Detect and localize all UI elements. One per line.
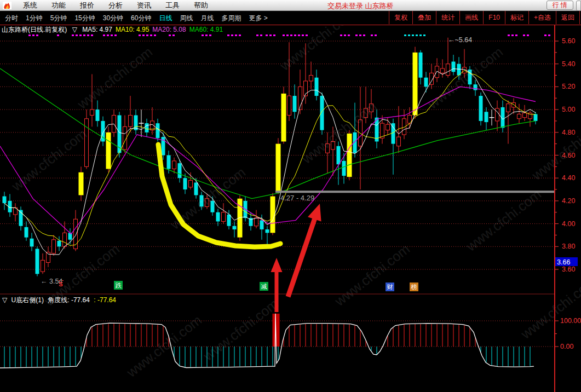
marker-dot <box>32 34 34 36</box>
sell-signal-marker: S <box>57 280 65 287</box>
app-logo-flame-icon <box>3 2 11 9</box>
range-annotation: 4.27 - 4.29 <box>280 194 314 202</box>
candle-down <box>216 212 220 222</box>
candle-down <box>474 84 478 90</box>
ma-legend-0: MA5: 4.97 <box>82 26 112 33</box>
marker-dot <box>235 34 237 36</box>
menu-item-分析[interactable]: 分析 <box>101 1 130 10</box>
marker-dot <box>231 34 233 36</box>
price-label-4.60: 4.60 <box>562 152 575 159</box>
price-label-5.00: 5.00 <box>562 106 575 113</box>
marker-dot <box>306 34 308 36</box>
marker-dot <box>150 34 152 36</box>
candle-down <box>178 163 182 178</box>
candle-up <box>512 103 516 107</box>
candle-down <box>485 112 488 122</box>
marker-dot <box>103 34 105 36</box>
marker-dot <box>273 34 275 36</box>
candle-up <box>446 64 450 76</box>
candle-up <box>441 68 445 73</box>
period-日线[interactable]: 日线 <box>155 11 176 25</box>
sub-level-0: 0.00 <box>560 343 573 350</box>
marker-dot <box>114 34 117 36</box>
period-更多 >[interactable]: 更多 > <box>245 11 271 25</box>
tool-叠加[interactable]: 叠加 <box>412 11 436 24</box>
period-items: 分时1分钟5分钟15分钟30分钟60分钟日线周线月线多周期更多 > <box>0 11 272 25</box>
candle-up <box>129 116 133 127</box>
tool-复权[interactable]: 复权 <box>389 11 412 24</box>
chart-canvas[interactable]: 4.27 - 4.29www.cfchi.comwww.cfchi.comwww… <box>0 25 581 392</box>
candle-down <box>30 239 34 247</box>
candle-up <box>74 219 78 249</box>
period-月线[interactable]: 月线 <box>197 11 217 25</box>
menu-item-系统[interactable]: 系统 <box>16 1 44 10</box>
period-多周期[interactable]: 多周期 <box>217 11 245 25</box>
marker-dot <box>256 34 258 36</box>
marker-dot-cyan <box>419 34 422 36</box>
tool-+自选[interactable]: +自选 <box>528 11 556 24</box>
price-label-3.80: 3.80 <box>562 243 575 250</box>
candle-up <box>63 233 67 246</box>
marker-dot <box>283 34 285 36</box>
watermark: www.cfchi.com <box>74 44 155 112</box>
menu-item-资讯[interactable]: 资讯 <box>130 1 158 10</box>
menu-item-帮助[interactable]: 帮助 <box>187 1 215 10</box>
candle-up <box>397 137 401 146</box>
watermark: www.cfchi.com <box>200 296 281 364</box>
marker-dot <box>202 34 204 36</box>
collapse-toggle-icon[interactable]: ▽ <box>72 26 77 33</box>
sell-marker-letter: S <box>57 282 65 287</box>
login-status-text: 交易未登录 山东路桥 <box>327 1 394 11</box>
period-60分钟[interactable]: 60分钟 <box>127 11 155 25</box>
marker-dot <box>511 34 514 36</box>
menu-item-报价[interactable]: 报价 <box>73 1 101 10</box>
period-15分钟[interactable]: 15分钟 <box>71 11 99 25</box>
ma-legend-3: MA60: 4.91 <box>189 26 223 33</box>
marker-dot <box>205 34 208 36</box>
marker-dot <box>142 34 145 36</box>
sub-indicator-header: ▽ U底右侧(1) 角度线: -77.64 : -77.64 <box>2 296 118 305</box>
menu-item-功能[interactable]: 功能 <box>44 1 73 10</box>
tool-统计[interactable]: 统计 <box>436 11 459 24</box>
period-5分钟[interactable]: 5分钟 <box>47 11 71 25</box>
candle-down <box>36 249 39 274</box>
watermark: www.cfchi.com <box>277 25 358 74</box>
marker-dot <box>363 34 365 36</box>
quote-button[interactable]: 行 情 <box>547 1 573 10</box>
marker-dot <box>260 34 262 36</box>
candle-down <box>3 197 7 204</box>
candle-down <box>156 123 160 138</box>
candle-down <box>233 226 237 229</box>
marker-dot <box>523 34 525 36</box>
marker-dot <box>298 34 300 36</box>
tool-F10[interactable]: F10 <box>483 11 505 24</box>
candle-down <box>96 109 100 121</box>
price-label-4.80: 4.80 <box>562 129 575 136</box>
menu-items: 系统功能报价分析资讯工具帮助 <box>16 1 215 10</box>
tool-画线[interactable]: 画线 <box>459 11 483 24</box>
candle-marked <box>276 144 281 192</box>
candle-marked <box>281 94 286 142</box>
candle-down <box>57 241 61 246</box>
period-分时[interactable]: 分时 <box>1 11 22 25</box>
tool-标记[interactable]: 标记 <box>505 11 528 24</box>
last-price-value: 3.66 <box>557 258 570 266</box>
marker-dot <box>111 34 113 36</box>
ma-line-20 <box>0 87 536 234</box>
menu-item-工具[interactable]: 工具 <box>158 1 187 10</box>
period-周线[interactable]: 周线 <box>176 11 197 25</box>
watermark: www.cfchi.com <box>517 274 581 342</box>
period-1分钟[interactable]: 1分钟 <box>22 11 47 25</box>
tool-返回[interactable]: 返回 <box>556 11 580 24</box>
candle-marked <box>79 172 84 195</box>
sub-collapse-toggle-icon[interactable]: ▽ <box>2 296 7 304</box>
candle-down <box>337 146 341 164</box>
marker-dot <box>239 34 241 36</box>
watermark: www.cfchi.com <box>123 312 204 380</box>
marker-dot <box>87 34 89 36</box>
candle-down <box>452 62 456 72</box>
edge-button[interactable] <box>576 1 581 11</box>
marker-dot <box>72 34 74 36</box>
ma-legend: MA5: 4.97MA10: 4.95MA20: 5.08MA60: 4.91 <box>82 26 226 33</box>
period-30分钟[interactable]: 30分钟 <box>99 11 127 25</box>
